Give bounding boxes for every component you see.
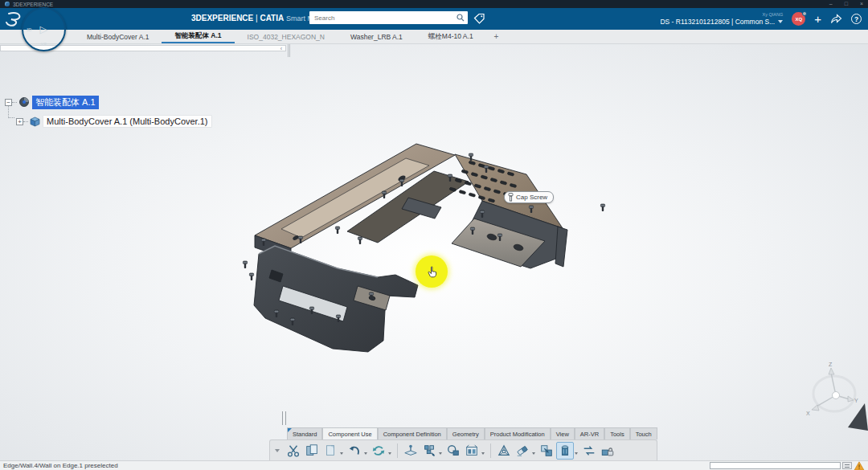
brand-name: 3DEXPERIENCE (191, 14, 253, 22)
axis-x-label: X (806, 411, 810, 416)
power-input-field[interactable] (710, 462, 841, 469)
maximize-button[interactable]: □ (845, 0, 848, 8)
tooltip-label: Cap Screw (516, 194, 547, 201)
tab-bolt-m4-10[interactable]: 螺栓M4-10 A.1 (416, 30, 486, 43)
minimize-button[interactable]: – (829, 0, 833, 8)
toolbar-drag-handle[interactable] (282, 411, 286, 425)
dropdown-arrow-icon[interactable] (532, 452, 535, 455)
warning-icon[interactable] (854, 461, 865, 470)
corner-flag (848, 403, 868, 431)
preselect-tooltip: Cap Screw (504, 191, 554, 203)
undo-icon[interactable] (346, 442, 363, 460)
status-bar: Edge/Wall.4/Wall on Edge.1 preselected (0, 460, 868, 470)
copy-icon[interactable] (303, 442, 321, 460)
ribbon-tab-ar-vr[interactable]: AR-VR (575, 427, 604, 439)
dropdown-arrow-icon[interactable] (340, 452, 343, 455)
manipulator-tripod-icon[interactable] (495, 442, 513, 460)
compass-3d-quadrant[interactable]: 3D (27, 27, 31, 32)
ribbon-tab-touch[interactable]: Touch (630, 427, 657, 439)
update-icon[interactable] (370, 442, 387, 460)
dropdown-arrow-icon[interactable] (481, 452, 485, 455)
toolbar-separator (397, 443, 398, 458)
hand-cursor-icon (427, 265, 440, 280)
explode-view-icon[interactable] (556, 442, 574, 460)
cut-icon[interactable] (285, 442, 302, 460)
dropdown-arrow-icon[interactable] (364, 452, 367, 455)
document-tab-bar: Multi-BodyCover A.1 智能装配体 A.1 ISO_4032_H… (0, 30, 868, 44)
model-graphics[interactable]: Z X Y (0, 44, 868, 460)
global-search[interactable] (309, 11, 468, 24)
help-button[interactable]: ? (851, 14, 862, 24)
app-bar: 3DEXPERIENCE | CATIA Smart Mechanical Co… (0, 8, 868, 30)
cap-screw-icon (508, 193, 514, 202)
replace-component-icon[interactable] (580, 442, 598, 460)
delete-eraser-icon[interactable] (514, 442, 531, 460)
collab-space-selector[interactable]: Xy QIANG DS - R1132101212805 | Common S.… (660, 13, 783, 26)
tab-label: Washer_LRB A.1 (350, 33, 403, 41)
ribbon-tab-bar: Standard Component Use Component Definit… (287, 427, 657, 439)
compass-play-icon[interactable]: ▷ (40, 23, 48, 35)
ribbon-tab-component-use[interactable]: Component Use (322, 427, 377, 439)
lock-component-icon[interactable] (599, 442, 616, 460)
tab-label: 螺栓M4-10 A.1 (428, 32, 473, 42)
toolbar-separator (490, 443, 491, 458)
notification-badge (802, 11, 807, 16)
collab-space-label: DS - R1132101212805 | Common S... (660, 18, 775, 26)
ribbon-tab-geometry[interactable]: Geometry (447, 427, 485, 439)
close-button[interactable]: × (860, 0, 863, 8)
status-message: Edge/Wall.4/Wall on Edge.1 preselected (3, 462, 118, 469)
compass-vr-quadrant[interactable]: V.R (41, 43, 47, 47)
window-title: 3DEXPERIENCE (13, 2, 53, 7)
ribbon-tab-standard[interactable]: Standard (287, 427, 322, 439)
insert-existing-product-icon[interactable] (402, 442, 420, 460)
command-list-button[interactable] (842, 462, 852, 469)
dropdown-arrow-icon[interactable] (575, 452, 578, 455)
new-tab-button[interactable]: + (486, 30, 507, 43)
tab-label: Multi-BodyCover A.1 (87, 33, 149, 41)
3dexperience-compass[interactable]: ▷ 3D V.R (22, 7, 66, 51)
application-window: 3DEXPERIENCE – □ × 3DEXPERIENCE | CATIA … (0, 0, 868, 470)
os-title-bar: 3DEXPERIENCE – □ × (0, 0, 868, 8)
tag-icon[interactable] (473, 13, 485, 25)
tab-smart-assembly-active[interactable]: 智能装配体 A.1 (162, 30, 234, 43)
tab-iso-4032-hexagon[interactable]: ISO_4032_HEXAGON_N (235, 30, 338, 43)
dropdown-arrow-icon[interactable] (439, 452, 442, 455)
search-input[interactable] (313, 14, 457, 22)
duplicate-component-icon[interactable] (538, 442, 555, 460)
ribbon-tab-component-definition[interactable]: Component Definition (378, 427, 447, 439)
ribbon-tab-product-modification[interactable]: Product Modification (485, 427, 551, 439)
tab-label: ISO_4032_HEXAGON_N (248, 33, 325, 41)
brand-product: CATIA (260, 14, 284, 22)
user-name: Xy QIANG (763, 13, 784, 18)
axis-z-label: Z (829, 362, 833, 367)
share-icon[interactable] (830, 14, 842, 24)
grab-component-icon[interactable] (444, 442, 462, 460)
tab-washer-lrb[interactable]: Washer_LRB A.1 (338, 30, 416, 43)
product-structure-icon[interactable] (420, 442, 438, 460)
navigation-compass[interactable]: Z X Y (806, 362, 858, 416)
tab-multi-bodycover[interactable]: Multi-BodyCover A.1 (74, 30, 162, 43)
collapse-toolbar-icon[interactable] (275, 449, 280, 452)
axis-y-label: Y (854, 398, 858, 403)
add-content-button[interactable]: + (814, 13, 821, 25)
click-highlight (416, 255, 448, 288)
search-icon[interactable] (457, 14, 465, 22)
action-bar: Standard Component Use Component Definit… (269, 427, 657, 460)
component-box-icon[interactable] (463, 442, 481, 460)
chevron-down-icon (778, 20, 783, 23)
dropdown-arrow-icon[interactable] (388, 452, 391, 455)
3d-viewport[interactable]: ‹ − 智能装配体 A.1 + (0, 44, 868, 460)
tab-label: 智能装配体 A.1 (174, 31, 221, 41)
paste-icon[interactable] (321, 442, 339, 460)
bracket-assembly-model[interactable] (243, 144, 604, 352)
ribbon-tab-tools[interactable]: Tools (604, 427, 630, 439)
avatar[interactable]: XQ (792, 12, 805, 26)
avatar-initials: XQ (795, 17, 802, 22)
app-logo-icon (5, 2, 10, 6)
ribbon-tab-view[interactable]: View (551, 427, 575, 439)
brand-divider: | (256, 14, 258, 22)
model-lower-left-arm[interactable] (254, 246, 418, 352)
toolbar (269, 439, 657, 460)
